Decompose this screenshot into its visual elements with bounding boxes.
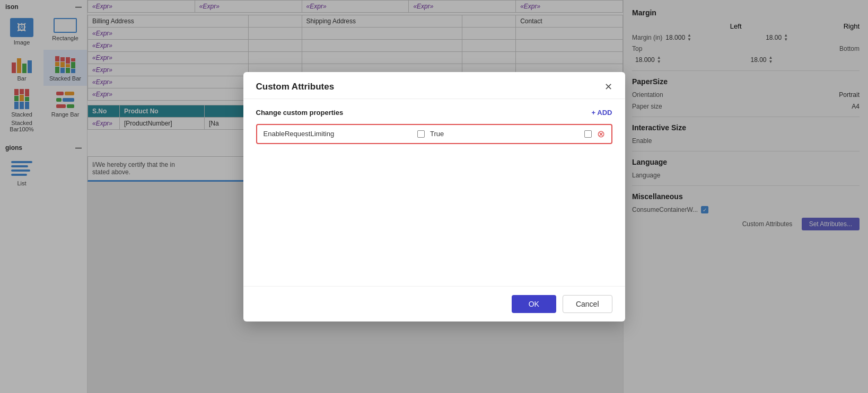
attribute-name-checkbox[interactable] bbox=[417, 130, 425, 138]
ok-button[interactable]: OK bbox=[512, 295, 556, 313]
attribute-value-checkbox[interactable] bbox=[584, 130, 592, 138]
add-link[interactable]: + ADD bbox=[592, 109, 612, 117]
modal-close-button[interactable]: ✕ bbox=[604, 82, 612, 92]
modal-footer: OK Cancel bbox=[243, 286, 625, 321]
attribute-row: ⊗ bbox=[256, 124, 612, 144]
modal-subheader: Change custom properties + ADD bbox=[256, 109, 612, 117]
attribute-name-input[interactable] bbox=[264, 130, 413, 138]
modal-header: Custom Attributes ✕ bbox=[243, 72, 625, 99]
modal-spacer bbox=[256, 149, 612, 276]
cancel-button[interactable]: Cancel bbox=[563, 295, 612, 313]
attribute-delete-icon[interactable]: ⊗ bbox=[597, 129, 605, 139]
modal-title: Custom Attributes bbox=[256, 82, 335, 92]
modal-subtitle: Change custom properties bbox=[256, 109, 344, 117]
custom-attributes-modal: Custom Attributes ✕ Change custom proper… bbox=[243, 72, 625, 321]
modal-body: Change custom properties + ADD ⊗ bbox=[243, 99, 625, 286]
modal-overlay: Custom Attributes ✕ Change custom proper… bbox=[0, 0, 868, 393]
attribute-value-input[interactable] bbox=[430, 130, 579, 138]
